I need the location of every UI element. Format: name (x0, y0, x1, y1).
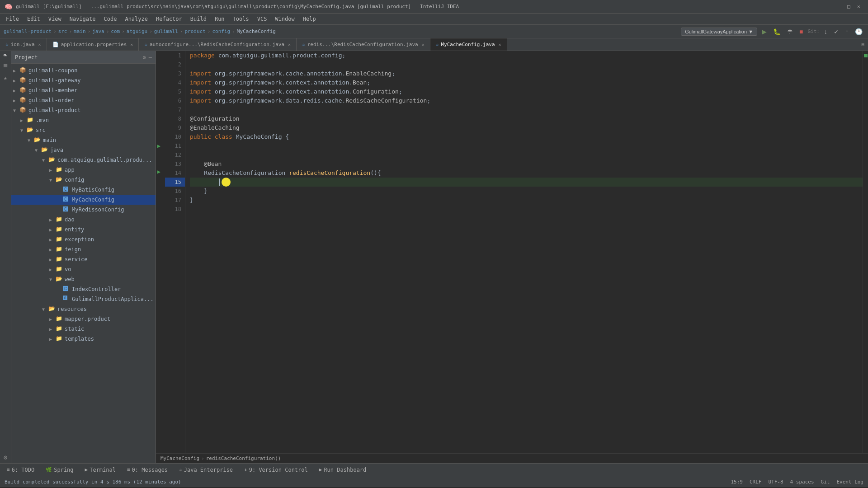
code-line-11 (190, 141, 863, 150)
menu-run[interactable]: Run (211, 15, 228, 23)
tree-item-vo[interactable]: ▶ 📁 vo (11, 264, 156, 274)
breadcrumb-product[interactable]: product (184, 28, 205, 34)
menu-navigate[interactable]: Navigate (66, 15, 99, 23)
tree-item-member[interactable]: ▶ 📦 gulimall-member (11, 85, 156, 95)
tree-item-myredissonconfig[interactable]: ▶ 🅲 MyRedissonConfig (11, 205, 156, 215)
breadcrumb-main[interactable]: main (74, 28, 86, 34)
tree-item-gateway[interactable]: ▶ 📦 gulimall-gateway (11, 75, 156, 85)
run-config-dropdown[interactable]: GulimallGatewayApplication ▼ (681, 28, 757, 36)
tree-item-dao[interactable]: ▶ 📁 dao (11, 215, 156, 225)
tree-item-exception[interactable]: ▶ 📁 exception (11, 235, 156, 244)
status-bar: Build completed successfully in 4 s 186 … (0, 476, 868, 487)
tab-bar: ☕ ion.java ✕ 📄 application.properties ✕ … (0, 38, 868, 51)
tree-item-gulimallproductapp[interactable]: ▶ 🅰 GulimallProductApplica... (11, 294, 156, 304)
tab-ion-java[interactable]: ☕ ion.java ✕ (0, 38, 47, 51)
breadcrumb-config[interactable]: config (212, 28, 230, 34)
bottom-tab-terminal[interactable]: ▶ Terminal (83, 464, 118, 476)
stop-button[interactable]: ■ (797, 27, 805, 36)
tree-item-mvn[interactable]: ▶ 📁 .mvn (11, 115, 156, 125)
git-history[interactable]: 🕐 (853, 27, 864, 36)
tree-item-src[interactable]: ▼ 📂 src (11, 125, 156, 135)
tree-item-mycacheconfig[interactable]: ▶ 🅲 MyCacheConfig (11, 195, 156, 205)
tab-redis-cache[interactable]: ☕ redis...\RedisCacheConfiguration.java … (297, 38, 430, 51)
bottom-tab-java-enterprise[interactable]: ☕ Java Enterprise (177, 464, 235, 476)
menu-refactor[interactable]: Refactor (152, 15, 186, 23)
breadcrumb-com[interactable]: com (111, 28, 120, 34)
breadcrumb-method[interactable]: redisCacheConfiguration() (206, 455, 281, 461)
code-editor[interactable]: package com.atguigu.gulimall.product.con… (185, 51, 863, 453)
breadcrumb-java[interactable]: java (92, 28, 104, 34)
tree-item-mapper[interactable]: ▶ 📁 mapper.product (11, 314, 156, 324)
breadcrumb-atguigu[interactable]: atguigu (127, 28, 147, 34)
menu-edit[interactable]: Edit (24, 15, 44, 23)
line-numbers: 1 2 3 4 5 6 7 8 9 10 11 12 13 14 15 16 1… (165, 51, 185, 453)
error-stripe (863, 51, 868, 453)
menu-window[interactable]: Window (271, 15, 298, 23)
left-icon-bottom[interactable]: ⚙ (4, 454, 7, 461)
git-update[interactable]: ↓ (822, 27, 829, 36)
line-ending[interactable]: CRLF (750, 479, 762, 485)
bottom-tab-version-control[interactable]: ↕ 9: Version Control (242, 464, 310, 476)
tree-item-feign[interactable]: ▶ 📁 feign (11, 244, 156, 254)
tree-item-main[interactable]: ▼ 📂 main (11, 135, 156, 145)
run-button[interactable]: ▶ (760, 27, 769, 36)
tree-item-app[interactable]: ▶ 📁 app (11, 165, 156, 175)
tab-mycacheconfig[interactable]: ☕ MyCacheConfig.java ✕ (430, 38, 507, 51)
indent[interactable]: 4 spaces (790, 479, 814, 485)
git-push[interactable]: ↑ (844, 27, 850, 36)
tree-item-service[interactable]: ▶ 📁 service (11, 254, 156, 264)
code-line-2 (190, 60, 863, 69)
editor-content[interactable]: ▶ ▶ 1 2 3 4 5 6 7 8 9 10 11 (156, 51, 868, 453)
tree-item-order[interactable]: ▶ 📦 gulimall-order (11, 95, 156, 105)
breadcrumb-project[interactable]: gulimall-product (4, 28, 52, 34)
menu-build[interactable]: Build (187, 15, 210, 23)
bottom-tab-messages[interactable]: ≡ 0: Messages (125, 464, 170, 476)
close-button[interactable]: ✕ (857, 4, 863, 10)
encoding[interactable]: UTF-8 (768, 479, 783, 485)
coverage-button[interactable]: ☂ (785, 27, 795, 36)
breadcrumb-gulimall[interactable]: gulimall (154, 28, 178, 34)
tree-item-web[interactable]: ▼ 📂 web (11, 274, 156, 284)
minimize-button[interactable]: — (837, 4, 844, 10)
tab-expand-icon[interactable]: ⊞ (861, 42, 864, 47)
tree-item-java[interactable]: ▼ 📂 java (11, 145, 156, 155)
menu-view[interactable]: View (45, 15, 65, 23)
git-branch[interactable]: Git (821, 479, 830, 485)
git-commit[interactable]: ✓ (832, 27, 841, 36)
tab-application-properties[interactable]: 📄 application.properties ✕ (47, 38, 139, 51)
breadcrumb-src[interactable]: src (58, 28, 67, 34)
bottom-tab-todo[interactable]: ≡ 6: TODO (5, 464, 37, 476)
tree-item-entity[interactable]: ▶ 📁 entity (11, 225, 156, 235)
event-log[interactable]: Event Log (836, 479, 863, 485)
menu-code[interactable]: Code (100, 15, 121, 23)
cursor-position[interactable]: 15:9 (731, 479, 743, 485)
menu-analyze[interactable]: Analyze (121, 15, 151, 23)
bottom-tab-run-dashboard[interactable]: ▶ Run Dashboard (317, 464, 369, 476)
tab-autoconfigure-redis[interactable]: ☕ autoconfigure...\RedisCacheConfigurati… (139, 38, 297, 51)
tree-item-mybatisconfig[interactable]: ▶ 🅲 MyBatisConfig (11, 185, 156, 195)
maximize-button[interactable]: □ (847, 4, 854, 10)
menu-vcs[interactable]: VCS (254, 15, 271, 23)
project-collapse-icon[interactable]: – (149, 54, 152, 61)
project-settings-icon[interactable]: ⚙ (143, 54, 146, 61)
menu-file[interactable]: File (2, 15, 23, 23)
todo-label: 6: TODO (12, 467, 35, 473)
run-class-icon[interactable]: ▶ (156, 141, 165, 150)
breadcrumb-class[interactable]: MyCacheConfig (160, 455, 199, 461)
left-icon-favorites[interactable]: ★ (4, 74, 7, 81)
menu-tools[interactable]: Tools (229, 15, 253, 23)
tree-item-templates[interactable]: ▶ 📁 templates (11, 334, 156, 344)
menu-help[interactable]: Help (299, 15, 320, 23)
tree-item-config[interactable]: ▼ 📂 config (11, 175, 156, 185)
tree-item-product[interactable]: ▼ 📦 gulimall-product (11, 105, 156, 115)
tree-item-coupon[interactable]: ▶ 📦 gulimall-coupon (11, 66, 156, 75)
bottom-tab-spring[interactable]: 🌿 Spring (43, 464, 75, 476)
tree-item-indexcontroller[interactable]: ▶ 🅲 IndexController (11, 284, 156, 294)
debug-button[interactable]: 🐛 (771, 27, 783, 36)
tree-item-resources[interactable]: ▼ 📂 resources (11, 304, 156, 314)
run-method-icon[interactable]: ▶ (156, 169, 165, 178)
left-icon-project[interactable]: P (3, 53, 8, 56)
tree-item-com[interactable]: ▼ 📂 com.atguigu.gulimall.produ... (11, 155, 156, 165)
tree-item-static[interactable]: ▶ 📁 static (11, 324, 156, 334)
left-icon-structure[interactable]: ≡ (3, 61, 8, 70)
